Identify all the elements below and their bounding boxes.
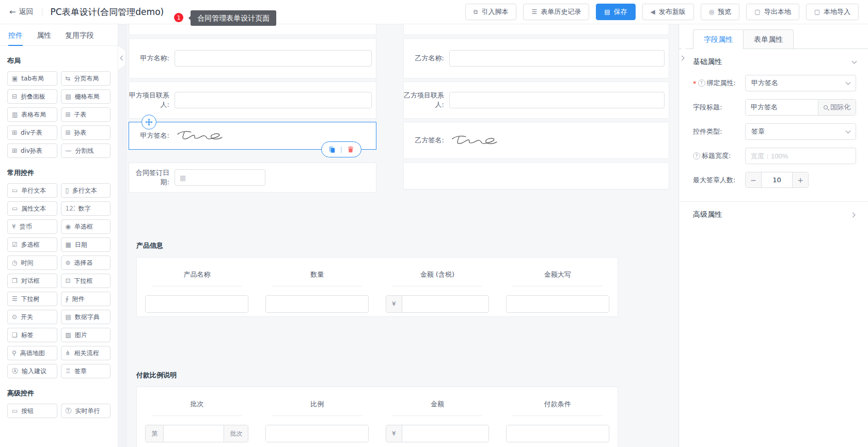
control-item[interactable]: ⊞ 孙表 [61, 125, 111, 140]
control-item[interactable]: ⊙ 开关 [7, 310, 57, 324]
header-action-button[interactable]: ☰ 表单历史记录 [523, 4, 589, 20]
cell-input[interactable] [265, 295, 369, 313]
text-input[interactable] [449, 50, 665, 67]
sidebar-tab[interactable]: 复用字段 [65, 24, 94, 46]
form-row[interactable]: 甲方名称: [129, 38, 376, 78]
cell-input[interactable] [145, 295, 248, 313]
form-row[interactable]: 甲方项目联系人: [129, 82, 376, 119]
sidebar-tab[interactable]: 属性 [37, 24, 51, 46]
currency-input[interactable]: ¥ [386, 295, 489, 313]
inspector-tab[interactable]: 字段属性 [693, 29, 744, 49]
sidebar-scroll[interactable]: 布局 ▣ tab布局 ⇆ 分页布局 ⊟ 折叠面板 ▤ [0, 46, 118, 447]
control-type-select[interactable]: 签章 [745, 123, 856, 140]
control-item[interactable]: Ⓐ 输入建议 [7, 364, 57, 378]
text-input[interactable] [175, 50, 372, 67]
subtable-panel[interactable]: 产品名称 数量 金额 (含税) ¥ [136, 257, 618, 317]
control-item[interactable]: ⇆ 分页布局 [61, 71, 111, 86]
cell-input[interactable] [506, 295, 609, 313]
control-item[interactable]: ▭ 按钮 [7, 404, 57, 418]
copy-icon[interactable] [328, 146, 336, 153]
form-row-empty[interactable] [403, 162, 669, 189]
batch-input[interactable]: 第 批次 [145, 425, 248, 442]
control-item[interactable]: ☰ 下拉树 [7, 292, 57, 306]
design-canvas[interactable]: 甲方名称: 甲方项目联系人: 甲方签名: [118, 24, 678, 447]
control-item[interactable]: ⊡ 下拉框 [61, 274, 111, 288]
text-input[interactable] [402, 296, 488, 312]
control-item[interactable]: ▣ tab布局 [7, 71, 57, 86]
form-row-clipped[interactable] [403, 24, 669, 35]
basic-props-header[interactable]: 基础属性 [693, 49, 856, 75]
control-item[interactable]: ▦ 日期 [61, 237, 111, 252]
header-action-button[interactable]: ▤ 保存 [596, 4, 635, 20]
control-item[interactable]: ⋔ 相关流程 [61, 346, 111, 360]
text-input[interactable] [507, 425, 609, 442]
control-item[interactable]: ☑ 多选框 [7, 237, 57, 252]
control-item[interactable]: ∮ 附件 [61, 292, 111, 306]
control-item[interactable]: ⊟ 折叠面板 [7, 89, 57, 104]
title-width-input[interactable] [745, 148, 856, 164]
currency-input[interactable]: ¥ [386, 425, 489, 442]
stepper-value: 10 [762, 172, 792, 187]
stepper-minus-button[interactable]: − [746, 172, 762, 187]
control-item[interactable]: ▨ 图片 [61, 328, 111, 342]
delete-icon[interactable] [347, 146, 354, 153]
cell-input[interactable] [506, 425, 609, 442]
text-input[interactable] [175, 92, 372, 108]
control-item[interactable]: ▯ 多行文本 [61, 183, 111, 198]
text-input[interactable] [507, 296, 609, 312]
subtable-panel[interactable]: 批次 第 批次 比例 金额 ¥ [136, 387, 618, 447]
text-input[interactable] [266, 296, 368, 312]
control-item[interactable]: 123 数字 [61, 201, 111, 216]
control-item[interactable]: ⊞ div孙表 [7, 143, 57, 158]
control-item[interactable]: ⊞ 子表 [61, 107, 111, 122]
form-row[interactable]: 合同签订日期: ▦ [129, 163, 376, 193]
form-row[interactable]: 乙方签名: [403, 122, 669, 159]
page-layout-icon: ⇆ [66, 75, 71, 82]
header-action-button[interactable]: ◀ 发布新版 [642, 4, 694, 20]
form-row[interactable]: 乙方项目联系人: [403, 82, 669, 119]
control-item[interactable]: ❑ 标签 [7, 328, 57, 342]
inspector-tab[interactable]: 表单属性 [743, 29, 794, 49]
back-button[interactable]: ← 返回 [9, 7, 34, 17]
sidebar-tab[interactable]: 控件 [8, 24, 23, 46]
control-item[interactable]: Ⓣ 实时单行 [61, 404, 111, 418]
text-input[interactable] [164, 425, 224, 442]
field-title-input[interactable] [746, 100, 818, 115]
move-handle-icon[interactable] [141, 115, 156, 130]
control-item[interactable]: ◷ 时间 [7, 256, 57, 270]
i18n-button[interactable]: 国际化 [818, 100, 856, 115]
control-item[interactable]: — 分割线 [61, 143, 111, 158]
control-item[interactable]: ♖ 签章 [61, 364, 111, 378]
bind-attribute-select[interactable]: 甲方签名 [745, 75, 856, 91]
control-item[interactable]: ⚲ 高德地图 [7, 346, 57, 360]
advanced-props-header[interactable]: 高级属性 [693, 202, 856, 228]
form-row-clipped[interactable] [129, 24, 376, 35]
cell-input[interactable] [265, 425, 369, 442]
header-action-button[interactable]: ◎ 预览 [701, 4, 739, 20]
date-input[interactable]: ▦ [175, 169, 265, 186]
stepper-plus-button[interactable]: + [792, 172, 808, 187]
control-item[interactable]: ◉ 单选框 [61, 219, 111, 234]
input-suggest-icon: Ⓐ [12, 367, 18, 376]
section-product-info: 产品信息 产品名称 数量 金额 (含税) ¥ [136, 241, 618, 317]
control-item[interactable]: ▭ 属性文本 [7, 201, 57, 216]
header-action-button[interactable]: ▢ 导出本地 [746, 4, 799, 20]
header-action-button[interactable]: ⧉ 引入脚本 [465, 4, 517, 20]
control-item[interactable]: ⊞ div子表 [7, 125, 57, 140]
control-item[interactable]: ¥ 货币 [7, 219, 57, 234]
control-item[interactable]: ▤ 栅格布局 [61, 89, 111, 104]
form-row-selected[interactable]: 甲方签名: | [129, 122, 376, 150]
control-item[interactable]: ▥ 表格布局 [7, 107, 57, 122]
collapse-sidebar-handle[interactable] [118, 46, 125, 70]
control-item[interactable]: ▭ 单行文本 [7, 183, 57, 198]
control-item[interactable]: ▤ 数据字典 [61, 310, 111, 324]
header-action-button[interactable]: ▢ 本地导入 [806, 4, 859, 20]
text-input[interactable] [402, 425, 488, 442]
control-item[interactable]: ⊚ 选择器 [61, 256, 111, 270]
text-input[interactable] [266, 425, 368, 442]
text-input[interactable] [449, 92, 665, 108]
control-item[interactable]: ❐ 对话框 [7, 274, 57, 288]
form-row[interactable]: 乙方名称: [403, 38, 669, 78]
control-label: 输入建议 [22, 367, 46, 376]
text-input[interactable] [146, 296, 248, 312]
